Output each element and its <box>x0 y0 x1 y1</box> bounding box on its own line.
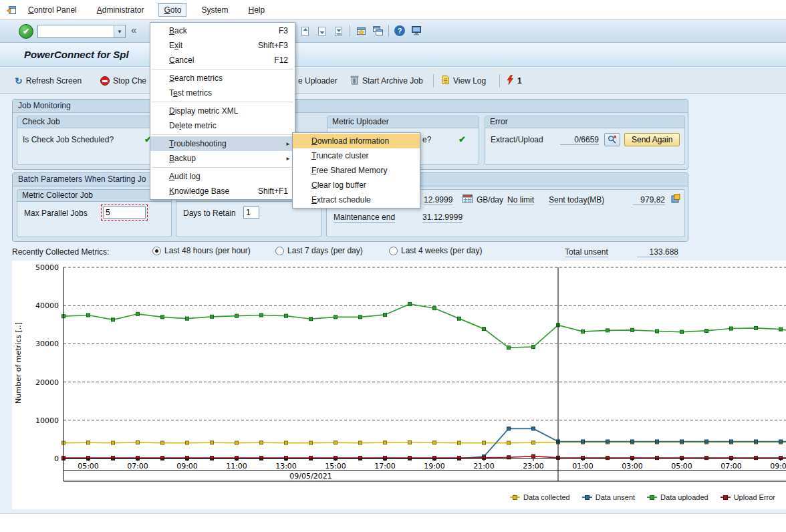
svg-text:05:00: 05:00 <box>78 462 99 471</box>
button-label: View Log <box>453 76 486 86</box>
menu-item-display-metric-xml[interactable]: Display metric XML <box>150 104 295 118</box>
days-to-retain-input[interactable] <box>243 207 259 219</box>
radio-last-7-days-per-day[interactable]: Last 7 days (per day) <box>275 246 363 255</box>
svg-text:10000: 10000 <box>35 416 59 425</box>
legend-label: Data unsent <box>596 493 635 501</box>
menu-item-shortcut: Shift+F1 <box>258 186 288 196</box>
collapse-toolbar-icon[interactable]: « <box>131 24 136 35</box>
extract-upload-label: Extract/Upload <box>491 135 543 144</box>
page-down-icon[interactable] <box>316 25 328 37</box>
send-again-button[interactable]: Send Again <box>624 133 680 146</box>
menu-item-extract-schedule[interactable]: Extract schedule <box>293 192 420 207</box>
menu-item-label: Search metrics <box>169 74 223 83</box>
menu-item-troubleshooting[interactable]: Troubleshooting► <box>150 136 295 151</box>
stop-check-button[interactable]: Stop Che <box>100 73 146 89</box>
svg-text:21:00: 21:00 <box>473 462 495 471</box>
metrics-chart: 0100002000030000400005000005:0007:0009:0… <box>12 261 786 509</box>
system-menu-icon[interactable] <box>5 4 17 16</box>
metric-uploader-title: Metric Uploader <box>328 116 479 128</box>
menu-item-label: Download information <box>311 136 389 146</box>
svg-text:50000: 50000 <box>35 263 59 272</box>
menu-item-label: Troubleshooting <box>169 139 227 148</box>
toolbar-icon-cluster: ? <box>299 25 422 37</box>
menu-item-shortcut: F12 <box>274 55 288 65</box>
legend-item-data-unsent: Data unsent <box>582 493 635 501</box>
refresh-screen-button[interactable]: ↻ Refresh Screen <box>15 73 82 89</box>
page-title: PowerConnect for Spl <box>24 43 129 67</box>
chart-plot-area: 0100002000030000400005000005:0007:0009:0… <box>12 261 786 488</box>
svg-text:09/05/2021: 09/05/2021 <box>289 472 332 481</box>
menu-item-clear-log-buffer[interactable]: Clear log buffer <box>293 178 420 192</box>
system-toolbar: ✔ ▼ « ? <box>0 20 786 43</box>
radio-last-4-weeks-per-day[interactable]: Last 4 weeks (per day) <box>389 246 482 255</box>
svg-text:Number of metrics [..]: Number of metrics [..] <box>14 322 23 404</box>
menubar-item-system[interactable]: System <box>196 3 233 17</box>
menubar-items: Control PanelAdministratorGotoSystemHelp <box>23 3 270 17</box>
command-dropdown-icon[interactable]: ▼ <box>114 25 125 37</box>
title-bar: PowerConnect for Spl <box>0 43 786 67</box>
error-count-button[interactable]: 1 <box>507 73 522 89</box>
page-last-icon[interactable] <box>333 25 345 37</box>
radio-button-icon[interactable] <box>152 247 161 255</box>
enter-button[interactable]: ✔ <box>19 24 33 39</box>
command-input[interactable] <box>38 25 114 37</box>
menu-item-search-metrics[interactable]: Search metrics <box>150 71 295 86</box>
menubar-item-control-panel[interactable]: Control Panel <box>23 3 82 17</box>
radio-last-48-hours-per-hour[interactable]: Last 48 hours (per hour) <box>152 246 251 255</box>
days-to-retain-label: Days to Retain <box>183 209 236 218</box>
toolbar-separator <box>350 25 350 37</box>
legend-label: Data uploaded <box>660 493 708 501</box>
menu-item-download-information[interactable]: Download information <box>293 134 420 148</box>
troubleshooting-submenu: Download informationTruncate clusterFree… <box>292 132 420 209</box>
menu-item-knowledge-base[interactable]: Knowledge BaseShift+F1 <box>150 184 295 198</box>
stop-icon <box>100 76 110 86</box>
svg-text:19:00: 19:00 <box>424 462 445 471</box>
menu-separator <box>152 102 293 102</box>
display-details-icon[interactable] <box>670 193 681 206</box>
svg-text:01:00: 01:00 <box>572 462 594 471</box>
view-log-button[interactable]: View Log <box>441 73 486 89</box>
legend-label: Upload Error <box>734 493 775 501</box>
page-up-icon[interactable] <box>299 25 311 37</box>
max-parallel-jobs-input[interactable] <box>103 207 146 219</box>
menu-item-shortcut: F3 <box>279 26 288 35</box>
menubar-item-help[interactable]: Help <box>243 3 270 17</box>
customize-layout-icon[interactable] <box>410 25 422 37</box>
check-job-question-label: Is Check Job Scheduled? <box>23 135 114 144</box>
menu-item-audit-log[interactable]: Audit log <box>150 169 295 184</box>
menu-item-label: Exit <box>169 41 182 50</box>
radio-label: Last 48 hours (per hour) <box>164 246 251 255</box>
menu-item-delete-metric[interactable]: Delete metric <box>150 118 295 133</box>
start-archive-job-button[interactable]: Start Archive Job <box>350 73 423 89</box>
button-label: Refresh Screen <box>26 76 82 86</box>
menu-item-back[interactable]: BackF3 <box>150 23 295 38</box>
radio-button-icon[interactable] <box>275 247 284 255</box>
menu-item-truncate-cluster[interactable]: Truncate cluster <box>293 148 420 163</box>
job-monitoring-header: Job Monitoring <box>13 100 688 113</box>
generate-shortcut-icon[interactable] <box>355 25 367 37</box>
legend-marker-icon <box>650 495 654 500</box>
legend-item-data-uploaded: Data uploaded <box>647 493 708 501</box>
display-errors-button[interactable] <box>604 133 620 146</box>
menu-item-exit[interactable]: ExitShift+F3 <box>150 38 295 53</box>
metric-uploader-status-check-icon: ✔ <box>458 134 466 144</box>
uploader-button-fragment[interactable]: e Uploader <box>298 73 338 89</box>
total-unsent-label: Total unsent <box>565 247 608 257</box>
date-picker-icon[interactable] <box>462 193 473 206</box>
command-field: ▼ <box>37 25 126 38</box>
menubar-item-goto[interactable]: Goto <box>158 3 186 17</box>
radio-button-icon[interactable] <box>389 247 398 255</box>
menu-item-cancel[interactable]: CancelF12 <box>150 53 295 68</box>
check-job-title: Check Job <box>17 116 162 128</box>
button-label: e Uploader <box>298 76 338 86</box>
svg-text:0: 0 <box>54 454 59 463</box>
application-toolbar: ↻ Refresh Screen Stop Che e Uploader Sta… <box>0 67 786 94</box>
menubar-item-administrator[interactable]: Administrator <box>92 3 150 17</box>
help-icon[interactable]: ? <box>394 25 406 37</box>
menu-item-backup[interactable]: Backup► <box>150 151 295 166</box>
create-session-icon[interactable] <box>372 25 384 37</box>
metric-collector-job-frame: Metric Collector Job Max Parallel Jobs <box>17 189 172 237</box>
menu-item-test-metrics[interactable]: Test metrics <box>150 86 295 100</box>
sent-today-label: Sent today(MB) <box>549 195 604 205</box>
menu-item-free-shared-memory[interactable]: Free Shared Memory <box>293 163 420 178</box>
